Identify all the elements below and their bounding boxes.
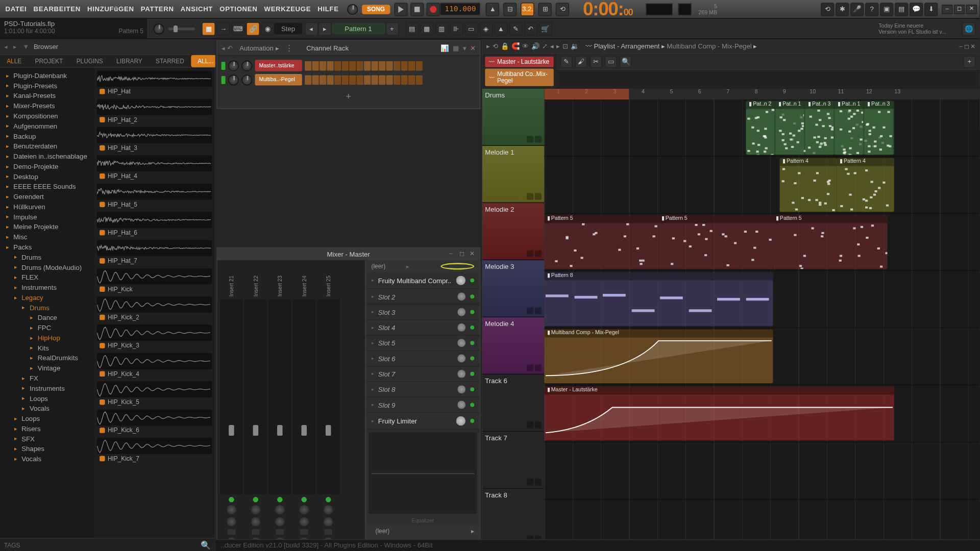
- cr-fwd[interactable]: ↶: [227, 44, 233, 52]
- tree-item[interactable]: ▸Meine Projekte: [0, 222, 94, 232]
- pl-tool-paint[interactable]: 🖌: [575, 56, 587, 68]
- main-volume-knob[interactable]: [347, 4, 358, 14]
- tree-item[interactable]: ▸FLEX: [0, 272, 94, 283]
- tree-item[interactable]: ▸Backup: [0, 131, 94, 141]
- pl-left-icon[interactable]: ◂: [550, 42, 554, 49]
- tree-item[interactable]: ▸Hüllkurven: [0, 202, 94, 212]
- tree-item[interactable]: ▸Drums (ModeAudio): [0, 262, 94, 272]
- tree-item[interactable]: ▸Mixer-Presets: [0, 101, 94, 111]
- pl-fit-icon[interactable]: ⊡: [562, 42, 568, 49]
- browser-back[interactable]: ◂: [4, 43, 12, 51]
- browser-collapse-icon[interactable]: ▾: [24, 42, 28, 51]
- playlist-clip[interactable]: ▮ Pattern 4: [837, 158, 894, 212]
- tree-item[interactable]: ▸HipHop: [0, 333, 94, 343]
- maximize-button[interactable]: ◻: [954, 5, 965, 14]
- mixer-max[interactable]: ◻: [457, 250, 466, 258]
- cr-grid-icon[interactable]: ▦: [453, 44, 459, 52]
- pl-tool-zoom[interactable]: 🔍: [620, 56, 632, 68]
- tree-item[interactable]: ▸Vocals: [0, 454, 94, 464]
- tree-item[interactable]: ▸Impulse: [0, 212, 94, 222]
- pl-tool-add[interactable]: +: [963, 56, 975, 68]
- fx-slot[interactable]: ▸Slot 7: [366, 366, 480, 382]
- track-lane[interactable]: ▮ ▮ Pat..n 2▮ Pat..n 1▮ Pat..n 3▮ Pat..n…: [544, 99, 979, 157]
- export-icon[interactable]: ▣: [880, 3, 893, 16]
- tree-item[interactable]: ▸Instruments: [0, 283, 94, 293]
- channel-row[interactable]: Multiba..-Pegel: [222, 74, 476, 85]
- mixer-track[interactable]: Insert 25: [317, 263, 340, 546]
- pl-tool-select[interactable]: ▭: [605, 56, 617, 68]
- browser-tree[interactable]: ▸Plugin-Datenbank▸Plugin-Presets▸Kanal-P…: [0, 68, 94, 538]
- menu-pattern[interactable]: PATTERN: [138, 4, 176, 14]
- playlist-clip[interactable]: ▮ Pat..n 3: [865, 101, 893, 155]
- tree-item[interactable]: ▸FX: [0, 373, 94, 383]
- tree-item[interactable]: ▸Legacy: [0, 292, 94, 303]
- new-icon[interactable]: ▤: [895, 3, 908, 16]
- pitch-knob[interactable]: [154, 23, 164, 34]
- playlist-clip[interactable]: ▮ Master - Lautstärke: [544, 387, 894, 440]
- tree-item[interactable]: ▸Kits: [0, 343, 94, 353]
- channel-row[interactable]: Master..tstärke: [222, 60, 476, 71]
- pl-vol-icon[interactable]: 🔉: [571, 42, 579, 49]
- loop-icon[interactable]: ⟲: [556, 3, 569, 16]
- tree-item[interactable]: ▸Gerendert: [0, 192, 94, 202]
- tree-item[interactable]: ▸FPC: [0, 323, 94, 333]
- track-lane[interactable]: ▮ Master - Lautstärke: [544, 385, 979, 442]
- tree-item[interactable]: ▸Risers: [0, 423, 94, 434]
- blend-icon[interactable]: ⊞: [538, 3, 552, 16]
- pitch-slider[interactable]: [168, 27, 195, 30]
- mixer-track[interactable]: Insert 24: [292, 263, 315, 546]
- view-playlist-button[interactable]: ▤: [405, 22, 419, 35]
- pl-sync-icon[interactable]: ⟲: [493, 42, 498, 49]
- view-browser-button[interactable]: ▭: [464, 22, 478, 35]
- file-item[interactable]: HIP_Kick_5: [97, 381, 212, 407]
- browser-fwd[interactable]: ▸: [13, 43, 21, 51]
- track-lane[interactable]: ▮ Pattern 8: [544, 271, 979, 328]
- track-lane[interactable]: ▮ Multiband Comp - Mix-Pegel: [544, 328, 979, 385]
- file-item[interactable]: HIP_Hat_6: [97, 212, 212, 237]
- tempo-display[interactable]: 110.000: [440, 3, 481, 15]
- minimize-button[interactable]: –: [942, 5, 952, 14]
- pl-eye-icon[interactable]: 👁: [522, 42, 529, 49]
- help-icon[interactable]: ?: [865, 3, 878, 16]
- fx-out-label[interactable]: (leer)▸: [366, 525, 480, 537]
- pl-magnet-icon[interactable]: 🧲: [511, 42, 520, 49]
- pl-tool-slice[interactable]: ✂: [590, 56, 602, 68]
- tree-item[interactable]: ▸Benutzerdaten: [0, 141, 94, 152]
- view-shop-button[interactable]: 🛒: [538, 22, 552, 35]
- snap-button[interactable]: ▦: [202, 22, 215, 35]
- tree-item[interactable]: ▸Dateien in..ischenablage: [0, 152, 94, 162]
- menu-tools[interactable]: WERKZEUGE: [261, 4, 313, 14]
- playlist-clip[interactable]: ▮ Pat..n 1: [835, 101, 863, 155]
- cr-back[interactable]: ◂: [222, 44, 225, 52]
- tree-item[interactable]: ▸Instruments: [0, 383, 94, 393]
- news-panel[interactable]: Today Eine neuere Version von FL Studio …: [874, 21, 962, 36]
- tab-library[interactable]: LIBRARY: [110, 55, 149, 67]
- view-playlist-icon[interactable]: →: [216, 22, 230, 35]
- cr-options-icon[interactable]: ▾: [463, 44, 467, 52]
- fx-slot[interactable]: ▸Slot 5: [366, 336, 480, 351]
- snap-prev[interactable]: ◂: [304, 22, 317, 35]
- tree-item[interactable]: ▸Packs: [0, 242, 94, 252]
- tree-item[interactable]: ▸Plugin-Datenbank: [0, 70, 94, 81]
- view-channel-button[interactable]: ▥: [435, 22, 448, 35]
- pl-tool-draw[interactable]: ✎: [560, 56, 573, 68]
- snap-value[interactable]: Step: [275, 23, 302, 34]
- track-lane[interactable]: [544, 442, 979, 499]
- mixer-close[interactable]: ✕: [468, 250, 477, 258]
- fx-slot[interactable]: ▸Slot 9: [366, 397, 480, 413]
- browser-files[interactable]: HIP_HatHIP_Hat_2HIP_Hat_3HIP_Hat_4HIP_Ha…: [94, 68, 215, 538]
- view-undo-button[interactable]: ↶: [524, 22, 537, 35]
- pl-speaker-icon[interactable]: 🔊: [531, 42, 540, 49]
- file-item[interactable]: HIP_Hat_7: [97, 240, 212, 266]
- track-header[interactable]: Melodie 1: [482, 146, 544, 203]
- track-lane[interactable]: ▮ Pattern 4▮ Pattern 4: [544, 157, 979, 214]
- fx-slot[interactable]: ▸Slot 8: [366, 382, 480, 397]
- track-header[interactable]: Melodie 4: [482, 317, 544, 374]
- countdown-icon[interactable]: 3.2.: [521, 3, 534, 16]
- fx-slot[interactable]: ▸Fruity Limiter: [366, 413, 480, 430]
- playlist-clip[interactable]: ▮ Pattern 5: [773, 215, 887, 269]
- undo-icon[interactable]: ⟲: [821, 3, 834, 16]
- tree-item[interactable]: ▸RealDrumkits: [0, 353, 94, 363]
- tree-item[interactable]: ▸Kanal-Presets: [0, 91, 94, 101]
- cr-add-channel[interactable]: +: [222, 88, 476, 105]
